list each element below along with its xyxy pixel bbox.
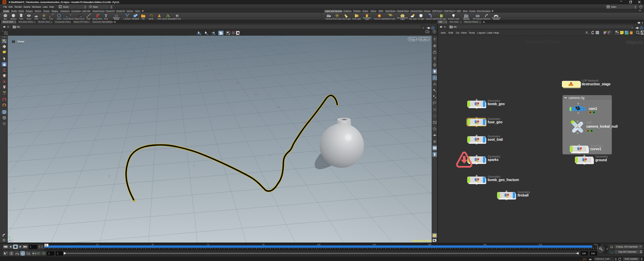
svg-text:?: ? xyxy=(434,31,435,33)
svg-text:curve1: curve1 xyxy=(590,147,601,151)
svg-text:Null: Null xyxy=(586,121,591,124)
svg-text:Geometry: Geometry xyxy=(488,155,500,158)
svg-text:x: x xyxy=(12,239,13,241)
svg-text:cam1: cam1 xyxy=(589,106,597,110)
svg-text:Geometry: Geometry xyxy=(590,144,603,147)
svg-text:fireball: fireball xyxy=(518,193,529,197)
svg-text:bomb_geo: bomb_geo xyxy=(488,102,505,106)
svg-text:LOP Network: LOP Network xyxy=(582,79,599,82)
svg-text:Objects: Objects xyxy=(626,39,643,45)
svg-text:24: 24 xyxy=(96,244,99,246)
svg-text:sparks: sparks xyxy=(488,158,499,162)
svg-text:48: 48 xyxy=(152,244,154,246)
svg-text:bomb_geo_fracture: bomb_geo_fracture xyxy=(488,178,519,182)
svg-text:Geometry: Geometry xyxy=(488,99,500,102)
svg-text:Education Edition: Education Edition xyxy=(412,239,432,242)
svg-text:destruction_stage: destruction_stage xyxy=(582,82,611,86)
svg-text:ground: ground xyxy=(595,158,607,162)
svg-text:192: 192 xyxy=(483,244,487,246)
svg-text:Geometry: Geometry xyxy=(518,190,530,193)
svg-text:H: H xyxy=(176,14,178,18)
svg-text:Education Edition: Education Edition xyxy=(526,39,559,44)
svg-text:96: 96 xyxy=(262,244,265,246)
svg-text:72: 72 xyxy=(207,244,209,246)
svg-text:Geometry: Geometry xyxy=(488,117,500,120)
svg-text:(×): (×) xyxy=(583,258,586,261)
svg-text:?: ? xyxy=(640,6,641,8)
svg-text:240: 240 xyxy=(594,244,598,246)
svg-text:camera_lookat_null: camera_lookat_null xyxy=(586,124,618,128)
svg-text:144: 144 xyxy=(372,244,376,246)
svg-text:216: 216 xyxy=(539,244,542,246)
svg-text:Geometry: Geometry xyxy=(488,175,500,178)
svg-text:120: 120 xyxy=(317,244,321,246)
svg-text:soot_trail: soot_trail xyxy=(488,138,503,141)
svg-text:Geometry: Geometry xyxy=(488,134,500,138)
svg-text:z: z xyxy=(7,239,8,241)
svg-text:168: 168 xyxy=(428,244,432,246)
svg-text:camera rig: camera rig xyxy=(569,96,584,99)
svg-text:fuse_geo: fuse_geo xyxy=(488,120,502,124)
svg-text:Geometry: Geometry xyxy=(595,155,608,158)
